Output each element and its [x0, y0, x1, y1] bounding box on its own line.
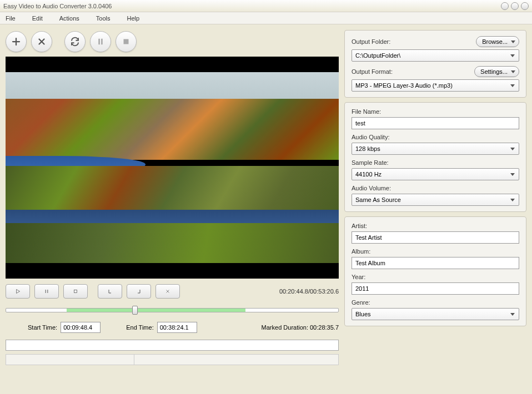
stop-button[interactable]: [63, 284, 88, 299]
pause-button[interactable]: [34, 284, 59, 299]
menu-edit[interactable]: Edit: [32, 15, 43, 22]
marked-duration: Marked Duration: 00:28:35.7: [262, 324, 339, 331]
seek-slider[interactable]: [6, 305, 339, 315]
settings-button[interactable]: Settings...: [474, 66, 519, 77]
add-button[interactable]: [6, 31, 27, 52]
browse-button[interactable]: Browse...: [476, 36, 519, 47]
volume-label: Audio Volume:: [352, 185, 391, 191]
menubar: File Edit Actions Tools Help: [0, 12, 532, 24]
menu-actions[interactable]: Actions: [59, 15, 79, 22]
output-folder-combo[interactable]: C:\OutputFolder\: [352, 49, 519, 62]
seek-thumb[interactable]: [132, 306, 138, 315]
start-time-label: Start Time:: [28, 324, 57, 331]
quality-combo[interactable]: 128 kbps: [352, 143, 519, 155]
samplerate-combo[interactable]: 44100 Hz: [352, 168, 519, 180]
convert-button[interactable]: [64, 31, 86, 52]
year-input[interactable]: [352, 282, 519, 295]
remove-button[interactable]: [31, 31, 52, 52]
close-button[interactable]: [521, 2, 529, 10]
album-input[interactable]: [352, 257, 519, 269]
output-format-combo[interactable]: MP3 - MPEG Layer-3 Audio (*.mp3): [352, 79, 519, 92]
mark-end-button[interactable]: [127, 284, 151, 299]
quality-label: Audio Quality:: [352, 134, 389, 140]
svg-rect-0: [98, 39, 100, 45]
svg-rect-4: [47, 290, 48, 293]
time-display: 00:20:44.8/00:53:20.6: [279, 288, 339, 295]
album-label: Album:: [352, 248, 370, 255]
titlebar: Easy Video to Audio Converter 3.0.0406: [0, 0, 532, 12]
genre-label: Genre:: [352, 299, 370, 306]
output-format-label: Output Format:: [352, 68, 393, 75]
video-preview: [6, 57, 339, 279]
tags-panel: Artist: Album: Year: Genre: Blues: [344, 216, 526, 326]
start-time-input[interactable]: [61, 322, 101, 333]
genre-combo[interactable]: Blues: [352, 308, 519, 320]
maximize-button[interactable]: [511, 2, 519, 10]
window-title: Easy Video to Audio Converter 3.0.0406: [3, 3, 501, 9]
playback-controls: 00:20:44.8/00:53:20.6: [6, 279, 339, 302]
status-bar: [6, 354, 339, 365]
svg-rect-1: [101, 39, 103, 45]
svg-rect-3: [46, 290, 47, 293]
menu-file[interactable]: File: [6, 15, 16, 22]
year-label: Year:: [352, 274, 365, 280]
minimize-button[interactable]: [501, 2, 509, 10]
svg-rect-5: [74, 290, 77, 293]
samplerate-label: Sample Rate:: [352, 159, 389, 166]
progress-bar: [6, 340, 339, 351]
artist-input[interactable]: [352, 231, 519, 244]
end-time-input[interactable]: [157, 322, 197, 333]
stop-conversion-button[interactable]: [116, 31, 137, 52]
main-toolbar: [6, 30, 339, 57]
clear-marks-button[interactable]: [155, 284, 180, 299]
svg-rect-2: [124, 39, 129, 44]
menu-help[interactable]: Help: [127, 15, 139, 22]
audio-panel: File Name: Audio Quality: 128 kbps Sampl…: [344, 102, 526, 212]
volume-combo[interactable]: Same As Source: [352, 194, 519, 206]
menu-tools[interactable]: Tools: [96, 15, 111, 22]
filename-input[interactable]: [352, 117, 519, 129]
pause-conversion-button[interactable]: [90, 31, 111, 52]
play-button[interactable]: [6, 284, 30, 299]
artist-label: Artist:: [352, 223, 367, 229]
filename-label: File Name:: [352, 108, 381, 115]
end-time-label: End Time:: [126, 324, 154, 331]
mark-start-button[interactable]: [98, 284, 122, 299]
output-folder-label: Output Folder:: [352, 38, 390, 45]
output-panel: Output Folder: Browse... C:\OutputFolder…: [344, 30, 526, 98]
